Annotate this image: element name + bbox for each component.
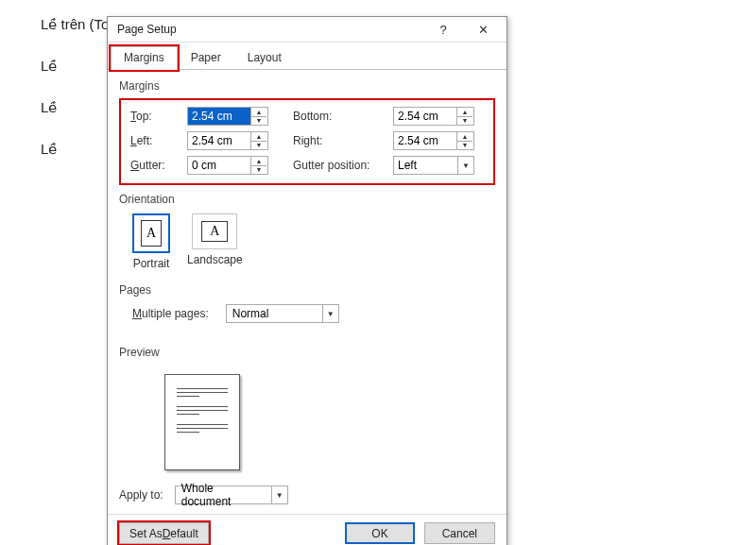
tab-strip: Margins Paper Layout: [108, 43, 507, 70]
gutter-pos-label: Gutter position:: [293, 159, 393, 172]
gutter-spinner[interactable]: ▲▼: [187, 156, 268, 175]
margins-fields: Top: ▲▼ Bottom: ▲▼ Left: ▲▼ Right:: [119, 98, 495, 185]
dialog-title: Page Setup: [117, 23, 423, 36]
spin-up-icon[interactable]: ▲: [251, 132, 266, 142]
titlebar[interactable]: Page Setup ? ✕: [108, 17, 507, 43]
close-button[interactable]: ✕: [463, 18, 503, 42]
bottom-spinner[interactable]: ▲▼: [393, 107, 474, 126]
right-label: Right:: [293, 134, 393, 147]
multiple-pages-value: Normal: [227, 307, 322, 320]
apply-to-value: Whole document: [176, 482, 271, 508]
top-label: Top:: [130, 110, 187, 123]
bottom-label: Bottom:: [293, 110, 393, 123]
preview-group-label: Preview: [119, 346, 495, 359]
chevron-down-icon[interactable]: ▼: [457, 157, 473, 174]
spin-down-icon[interactable]: ▼: [251, 142, 266, 150]
gutter-pos-combo[interactable]: Left ▼: [393, 156, 474, 175]
tab-margins[interactable]: Margins: [111, 46, 178, 70]
orientation-group-label: Orientation: [119, 193, 495, 206]
gutter-label: Gutter:: [130, 159, 187, 172]
margins-group-label: Margins: [119, 79, 495, 93]
right-input[interactable]: [394, 132, 456, 149]
top-input[interactable]: [188, 108, 250, 125]
pages-group-label: Pages: [119, 283, 495, 297]
tab-layout[interactable]: Layout: [234, 46, 295, 70]
left-spinner[interactable]: ▲▼: [187, 131, 268, 150]
apply-to-combo[interactable]: Whole document ▼: [175, 485, 288, 504]
multiple-pages-combo[interactable]: Normal ▼: [226, 304, 339, 323]
right-spinner[interactable]: ▲▼: [393, 131, 474, 150]
chevron-down-icon[interactable]: ▼: [271, 486, 287, 503]
set-as-default-button[interactable]: Set As Default: [119, 522, 209, 544]
gutter-pos-value: Left: [394, 159, 457, 172]
portrait-icon: A: [132, 213, 170, 253]
landscape-icon: A: [192, 213, 237, 249]
help-icon: ?: [439, 23, 446, 37]
top-spinner[interactable]: ▲▼: [187, 107, 268, 126]
left-input[interactable]: [188, 132, 250, 149]
tab-paper[interactable]: Paper: [178, 46, 234, 70]
bottom-input[interactable]: [394, 108, 456, 125]
orientation-landscape[interactable]: A Landscape: [187, 213, 243, 270]
multiple-pages-label: Multiple pages:: [132, 307, 209, 320]
left-label: Left:: [130, 134, 187, 147]
preview-page-icon: [164, 374, 240, 470]
orientation-options: A Portrait A Landscape: [119, 212, 495, 280]
spin-up-icon[interactable]: ▲: [251, 157, 266, 166]
spin-up-icon[interactable]: ▲: [251, 108, 266, 117]
preview-area: [119, 365, 495, 476]
page-setup-dialog: Page Setup ? ✕ Margins Paper Layout Marg…: [107, 16, 507, 545]
cancel-button[interactable]: Cancel: [424, 522, 495, 544]
chevron-down-icon[interactable]: ▼: [322, 305, 338, 322]
apply-to-label: Apply to:: [119, 488, 163, 502]
close-icon: ✕: [478, 23, 489, 37]
tab-content: Margins Top: ▲▼ Bottom: ▲▼ Left: ▲▼: [108, 70, 507, 514]
spin-down-icon[interactable]: ▼: [457, 117, 472, 126]
spin-up-icon[interactable]: ▲: [457, 132, 472, 142]
spin-up-icon[interactable]: ▲: [457, 108, 472, 117]
help-button[interactable]: ?: [423, 18, 463, 42]
orientation-portrait[interactable]: A Portrait: [132, 213, 170, 270]
spin-down-icon[interactable]: ▼: [251, 166, 266, 175]
ok-button[interactable]: OK: [345, 522, 414, 544]
gutter-input[interactable]: [188, 157, 250, 174]
spin-down-icon[interactable]: ▼: [251, 117, 266, 126]
spin-down-icon[interactable]: ▼: [457, 142, 472, 150]
dialog-footer: Set As Default OK Cancel: [108, 514, 507, 545]
